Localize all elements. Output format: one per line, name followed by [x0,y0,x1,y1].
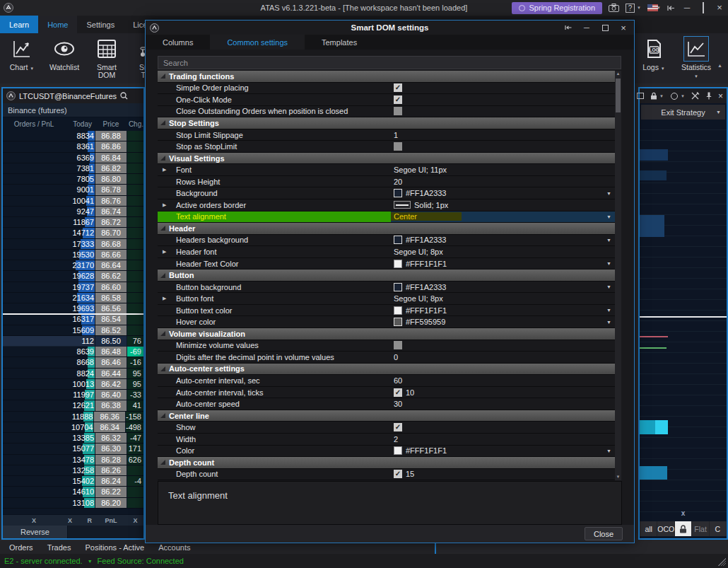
dom-price-cell[interactable]: 86.60 [95,282,127,292]
dom-chg-cell[interactable]: -158 [126,412,143,422]
dom-row[interactable]: 1507786.30171 [3,444,143,454]
dom-orders-cell[interactable] [3,412,64,422]
checkbox[interactable]: ✓ [394,423,402,431]
dom-volume-cell[interactable]: 8834 [65,131,95,141]
dom-chg-cell[interactable]: 95 [127,379,143,389]
language-caret-icon[interactable]: ▼ [657,6,661,10]
dom-volume-cell[interactable]: 19737 [65,282,95,292]
ribbon-collapse-icon[interactable]: ▲ [717,63,722,68]
checkbox[interactable]: ✓ [394,470,402,478]
settings-row[interactable]: Show✓ [158,422,616,434]
checkbox[interactable] [394,341,402,349]
dom-row[interactable]: 1973786.60 [3,282,143,293]
marker-caret-icon[interactable]: ▼ [681,94,685,98]
dom-volume-cell[interactable]: 13385 [65,433,95,443]
settings-section-trading-functions[interactable]: Trading functions [158,71,616,83]
footer-x-button[interactable]: X [68,517,72,524]
settings-row[interactable]: Color#FFF1F1F1▼ [158,446,616,458]
status-caret-icon[interactable]: ▼ [88,559,93,564]
dom-orders-cell[interactable] [3,465,65,475]
dom-price-cell[interactable]: 86.66 [95,250,127,260]
pin-icon[interactable] [706,92,712,100]
setting-value[interactable] [391,141,616,152]
dropdown-caret-icon[interactable]: ▼ [606,284,611,289]
dialog-tab-templates[interactable]: Templates [305,35,374,50]
dom-row[interactable]: 866886.46-16 [3,357,143,368]
dom-price-cell[interactable]: 86.72 [95,217,127,227]
dom-row[interactable]: 863986.48-69 [3,347,143,357]
settings-row[interactable]: Auto-center interval, sec60 [158,375,616,387]
dom-panel-header[interactable]: LTCUSDT@BinanceFutures [3,88,143,103]
dom-chg-cell[interactable] [127,185,143,195]
scroll-down-icon[interactable]: ▼ [615,474,621,480]
ribbon-tab-settings[interactable]: Settings [77,16,124,33]
dom-chg-cell[interactable]: -69 [127,347,143,357]
dom-volume-cell[interactable]: 12621 [65,400,95,410]
dialog-tab-common-settings[interactable]: Common settings [210,35,305,50]
setting-value[interactable]: Solid; 1px [391,199,616,211]
dom-row[interactable]: 1004186.76 [3,196,143,207]
dom-volume-cell[interactable]: 15077 [65,444,95,453]
settings-row[interactable]: ▶FontSegoe UI; 11px [158,164,616,176]
tool-statistics[interactable]: Statistics ▼ [679,36,714,81]
dom-row[interactable]: 1001386.4295 [3,379,143,390]
resize-grip[interactable] [718,558,726,566]
scroll-up-icon[interactable]: ▲ [615,71,621,77]
dom-chg-cell[interactable] [127,163,143,173]
settings-row[interactable]: Rows Height20 [158,176,616,188]
setting-value[interactable]: ✓10 [391,387,616,398]
dom-chg-cell[interactable] [127,293,143,303]
setting-value[interactable]: #FF595959▼ [391,316,616,328]
tool-chart[interactable]: Chart ▼ [4,36,40,79]
dom-orders-cell[interactable] [3,293,65,303]
dom-chg-cell[interactable] [127,217,143,227]
dom-volume-cell[interactable]: 23170 [65,260,95,270]
setting-value[interactable] [391,106,616,117]
dom-price-cell[interactable]: 86.74 [95,207,127,216]
dom-price-cell[interactable]: 86.36 [93,412,125,422]
dom-orders-cell[interactable] [3,400,65,410]
dom-orders-cell[interactable] [3,228,65,238]
settings-row[interactable]: Headers background#FF1A2333▼ [158,235,616,247]
setting-value[interactable]: #FF1A2333▼ [391,187,616,199]
dom-chg-cell[interactable]: 41 [127,400,143,410]
setting-value[interactable]: 60 [391,375,616,386]
tool-smart-dom[interactable]: SmartDOM [89,36,124,79]
footer-chg-x-button[interactable]: X [127,517,143,524]
order-button-c[interactable]: C [710,521,726,536]
order-button-oco[interactable]: OCO [657,521,674,536]
settings-row[interactable]: ▶Active orders borderSolid; 1px [158,199,616,211]
dom-volume-cell[interactable]: 8361 [65,141,95,151]
dom-orders-cell[interactable] [3,239,65,249]
settings-row[interactable]: Digits after the decimal point in volume… [158,352,616,364]
dom-volume-cell[interactable]: 112 [65,336,95,346]
dom-volume-cell[interactable]: 21634 [65,293,95,303]
search-instrument-icon[interactable] [120,92,128,100]
dom-volume-cell[interactable]: 9001 [65,185,95,195]
spring-registration-button[interactable]: Spring Registration [512,2,603,14]
dom-row[interactable]: 1631786.54 [3,314,143,325]
dom-price-cell[interactable]: 86.86 [95,141,127,151]
dom-volume-cell[interactable]: 14610 [65,487,95,497]
dom-price-cell[interactable]: 86.34 [93,422,125,432]
dom-price-cell[interactable]: 86.84 [95,153,127,163]
dom-orders-cell[interactable] [3,314,65,324]
reverse-button[interactable]: Reverse [3,526,68,538]
dom-row[interactable]: 636986.84 [3,153,143,163]
dom-price-cell[interactable]: 86.26 [95,465,127,475]
setting-value[interactable]: ✓ [391,94,616,105]
setting-value[interactable] [391,340,616,352]
dom-volume-cell[interactable]: 13478 [65,455,95,465]
dom-volume-cell[interactable]: 10704 [64,422,94,432]
settings-scrollbar[interactable]: ▲ ▼ [615,71,621,480]
dom-chg-cell[interactable] [127,250,143,260]
dom-price-cell[interactable]: 86.52 [95,325,127,335]
dom-price-cell[interactable]: 86.42 [95,379,127,389]
dropdown-caret-icon[interactable]: ▼ [606,448,611,453]
settings-row[interactable]: Minimize volume values [158,340,616,352]
dom-row[interactable]: 1471286.70 [3,228,143,238]
dialog-tab-columns[interactable]: Columns [146,35,210,50]
bottom-tab-orders[interactable]: Orders [4,541,38,554]
dom-chg-cell[interactable] [127,282,143,292]
dom-volume-cell[interactable]: 7381 [65,163,95,173]
